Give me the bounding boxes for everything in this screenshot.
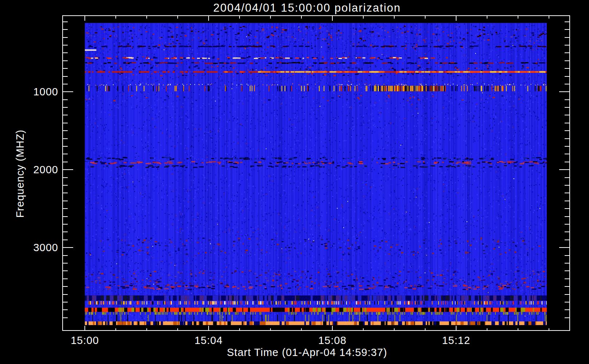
- y-minor-tick-right: [565, 45, 569, 46]
- y-minor-tick: [63, 177, 68, 178]
- x-major-tick: [332, 326, 333, 331]
- y-minor-tick-right: [565, 107, 569, 108]
- y-minor-tick-right: [565, 68, 569, 69]
- y-minor-tick: [63, 309, 68, 310]
- y-minor-tick: [63, 317, 68, 318]
- y-minor-tick-right: [565, 232, 569, 232]
- y-minor-tick-right: [565, 255, 569, 256]
- x-minor-tick-top: [425, 16, 426, 19]
- y-minor-tick: [63, 286, 68, 287]
- x-minor-tick: [363, 328, 364, 331]
- y-minor-tick: [63, 21, 68, 22]
- y-minor-tick: [63, 115, 68, 115]
- y-minor-tick: [63, 240, 68, 240]
- x-minor-tick: [177, 328, 178, 331]
- y-minor-tick-right: [565, 302, 569, 302]
- y-minor-tick: [63, 52, 68, 53]
- chart-title: 2004/04/01 15:00:00 polarization: [53, 1, 561, 15]
- y-minor-tick: [63, 68, 68, 69]
- y-minor-tick: [63, 302, 68, 302]
- x-minor-tick: [270, 328, 271, 331]
- x-major-tick-top: [208, 16, 209, 21]
- y-minor-tick-right: [565, 115, 569, 115]
- y-minor-tick: [63, 76, 68, 77]
- y-minor-tick-right: [565, 130, 569, 131]
- x-axis-title: Start Time (01-Apr-04 14:59:37): [53, 347, 561, 359]
- y-axis-title: Frequency (MHZ): [14, 130, 26, 218]
- x-major-tick-top: [332, 16, 333, 21]
- y-minor-tick-right: [565, 201, 569, 201]
- y-minor-tick: [63, 123, 68, 123]
- y-major-tick: [63, 91, 73, 92]
- y-minor-tick-right: [565, 208, 569, 209]
- y-minor-tick-right: [565, 224, 569, 225]
- y-minor-tick: [63, 29, 68, 30]
- x-minor-tick-top: [394, 16, 395, 19]
- x-minor-tick: [518, 328, 518, 331]
- y-minor-tick-right: [565, 286, 569, 287]
- x-minor-tick: [487, 328, 487, 331]
- y-minor-tick-right: [565, 216, 569, 217]
- y-minor-tick: [63, 60, 68, 61]
- y-minor-tick-right: [565, 193, 569, 193]
- y-minor-tick-right: [565, 60, 569, 61]
- y-tick-label-2: 3000: [21, 242, 58, 254]
- x-minor-tick: [549, 328, 549, 331]
- y-minor-tick-right: [565, 52, 569, 53]
- y-minor-tick-right: [565, 270, 569, 271]
- y-minor-tick: [63, 232, 68, 232]
- y-minor-tick-right: [565, 278, 569, 279]
- y-minor-tick-right: [565, 177, 569, 178]
- x-minor-tick-top: [177, 16, 178, 19]
- y-major-tick: [63, 169, 73, 170]
- y-minor-tick-right: [565, 21, 569, 22]
- x-tick-label-1: 15:04: [183, 335, 234, 347]
- y-minor-tick-right: [565, 162, 569, 162]
- y-minor-tick-right: [565, 309, 569, 310]
- y-minor-tick: [63, 146, 68, 147]
- y-tick-label-0: 1000: [21, 86, 58, 98]
- y-minor-tick: [63, 138, 68, 139]
- x-minor-tick-top: [549, 16, 549, 19]
- y-major-tick-right: [559, 247, 569, 248]
- y-minor-tick-right: [565, 263, 569, 264]
- y-minor-tick: [63, 255, 68, 256]
- x-minor-tick: [146, 328, 147, 331]
- y-minor-tick: [63, 193, 68, 193]
- plot-frame: [62, 15, 570, 331]
- y-minor-tick-right: [565, 138, 569, 139]
- x-tick-label-2: 15:08: [307, 335, 358, 347]
- y-major-tick: [63, 247, 73, 248]
- y-minor-tick: [63, 216, 68, 217]
- spectrogram-page: 2004/04/01 15:00:00 polarization 15:0015…: [0, 0, 589, 364]
- x-minor-tick: [239, 328, 240, 331]
- y-minor-tick: [63, 99, 68, 100]
- x-minor-tick-top: [239, 16, 240, 19]
- y-minor-tick-right: [565, 154, 569, 154]
- y-minor-tick: [63, 130, 68, 131]
- y-minor-tick: [63, 201, 68, 201]
- y-minor-tick-right: [565, 240, 569, 240]
- x-minor-tick: [115, 328, 116, 331]
- x-minor-tick-top: [270, 16, 271, 19]
- x-minor-tick-top: [518, 16, 518, 19]
- y-minor-tick: [63, 208, 68, 209]
- x-minor-tick: [394, 328, 395, 331]
- x-minor-tick-top: [363, 16, 364, 19]
- y-minor-tick-right: [565, 294, 569, 295]
- y-minor-tick: [63, 278, 68, 279]
- y-major-tick-right: [559, 91, 569, 92]
- x-minor-tick-top: [146, 16, 147, 19]
- y-minor-tick: [63, 107, 68, 108]
- y-minor-tick: [63, 263, 68, 264]
- x-tick-label-0: 15:00: [59, 335, 110, 347]
- y-major-tick-right: [559, 169, 569, 170]
- y-minor-tick: [63, 294, 68, 295]
- x-major-tick-top: [456, 16, 456, 21]
- y-minor-tick-right: [565, 123, 569, 123]
- y-minor-tick-right: [565, 76, 569, 77]
- y-minor-tick-right: [565, 146, 569, 147]
- y-minor-tick: [63, 162, 68, 162]
- x-minor-tick-top: [115, 16, 116, 19]
- y-minor-tick-right: [565, 317, 569, 318]
